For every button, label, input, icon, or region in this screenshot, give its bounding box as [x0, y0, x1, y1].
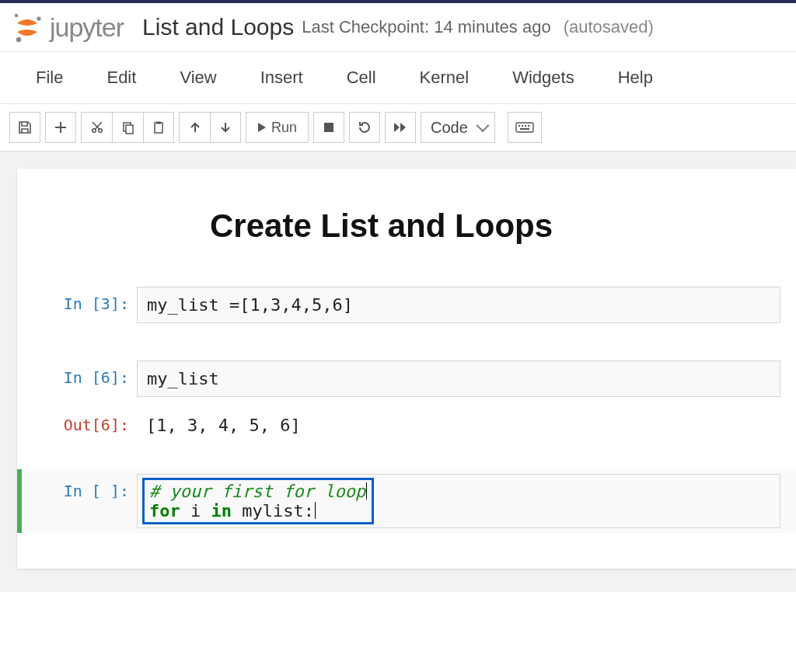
menu-view[interactable]: View — [158, 64, 238, 91]
copy-button[interactable] — [112, 112, 143, 143]
checkpoint-text: Last Checkpoint: 14 minutes ago — [302, 17, 550, 37]
celltype-select[interactable]: Code — [421, 112, 495, 143]
notebook-name[interactable]: List and Loops — [142, 14, 294, 40]
move-up-button[interactable] — [179, 112, 210, 143]
toolbar: Run Code — [0, 104, 796, 151]
input-prompt: In [ ]: — [36, 474, 137, 528]
keyboard-icon — [515, 122, 534, 133]
code-cell[interactable]: In [6]: my_list — [17, 356, 796, 402]
run-label: Run — [271, 120, 297, 136]
menu-help[interactable]: Help — [596, 64, 675, 91]
svg-point-1 — [37, 16, 40, 20]
svg-rect-7 — [155, 123, 162, 133]
plus-icon — [54, 120, 68, 134]
command-palette-button[interactable] — [508, 112, 542, 143]
svg-rect-9 — [324, 123, 333, 132]
svg-point-0 — [15, 14, 18, 17]
scissors-icon — [90, 120, 104, 134]
output-area: Out[6]: [1, 3, 4, 5, 6] — [17, 403, 796, 447]
notebook-container: Create List and Loops In [3]: my_list =[… — [17, 169, 796, 569]
copy-icon — [121, 120, 135, 134]
save-button[interactable] — [9, 112, 40, 143]
header: jupyter List and Loops Last Checkpoint: … — [0, 3, 796, 52]
output-prompt: Out[6]: — [36, 408, 137, 443]
menu-kernel[interactable]: Kernel — [398, 64, 491, 91]
menu-file[interactable]: File — [14, 64, 85, 91]
logo-text: jupyter — [50, 12, 124, 43]
svg-point-4 — [98, 129, 102, 133]
add-cell-button[interactable] — [45, 112, 76, 143]
menu-insert[interactable]: Insert — [239, 64, 325, 91]
svg-rect-10 — [516, 123, 533, 132]
svg-point-3 — [92, 129, 96, 133]
fast-forward-icon — [393, 122, 407, 133]
stop-icon — [323, 122, 334, 133]
code-input[interactable]: my_list — [137, 360, 780, 397]
markdown-heading[interactable]: Create List and Loops — [17, 207, 796, 245]
restart-icon — [358, 120, 372, 134]
arrow-up-icon — [189, 121, 201, 134]
code-cell-selected[interactable]: In [ ]: # your first for loopfor i in my… — [17, 469, 796, 533]
input-prompt: In [3]: — [36, 287, 137, 323]
code-input[interactable]: my_list =[1,3,4,5,6] — [137, 287, 780, 323]
restart-button[interactable] — [349, 112, 380, 143]
autosaved-text: (autosaved) — [564, 17, 654, 37]
svg-point-2 — [16, 37, 21, 42]
paste-icon — [152, 120, 166, 134]
svg-rect-8 — [156, 122, 161, 124]
input-prompt: In [6]: — [36, 360, 137, 397]
move-down-button[interactable] — [210, 112, 241, 143]
menu-edit[interactable]: Edit — [85, 64, 158, 91]
svg-rect-6 — [126, 125, 133, 134]
run-button[interactable]: Run — [246, 112, 309, 143]
cut-button[interactable] — [81, 112, 112, 143]
output-text: [1, 3, 4, 5, 6] — [137, 408, 780, 443]
play-icon — [257, 122, 267, 133]
code-input[interactable]: # your first for loopfor i in mylist: — [137, 474, 780, 528]
code-cell[interactable]: In [3]: my_list =[1,3,4,5,6] — [17, 282, 796, 328]
menubar: File Edit View Insert Cell Kernel Widget… — [0, 52, 796, 104]
svg-rect-13 — [525, 125, 526, 127]
arrow-down-icon — [219, 121, 232, 134]
svg-rect-12 — [522, 125, 523, 127]
annotation-highlight-box: # your first for loopfor i in mylist: — [142, 478, 374, 524]
restart-run-all-button[interactable] — [385, 112, 416, 143]
interrupt-button[interactable] — [313, 112, 344, 143]
paste-button[interactable] — [143, 112, 174, 143]
svg-rect-15 — [520, 128, 529, 130]
jupyter-logo: jupyter — [11, 11, 124, 44]
svg-rect-11 — [518, 125, 520, 127]
save-icon — [18, 120, 32, 134]
jupyter-logo-icon — [11, 11, 44, 44]
menu-cell[interactable]: Cell — [325, 64, 398, 91]
menu-widgets[interactable]: Widgets — [491, 64, 595, 91]
svg-rect-14 — [528, 125, 529, 127]
